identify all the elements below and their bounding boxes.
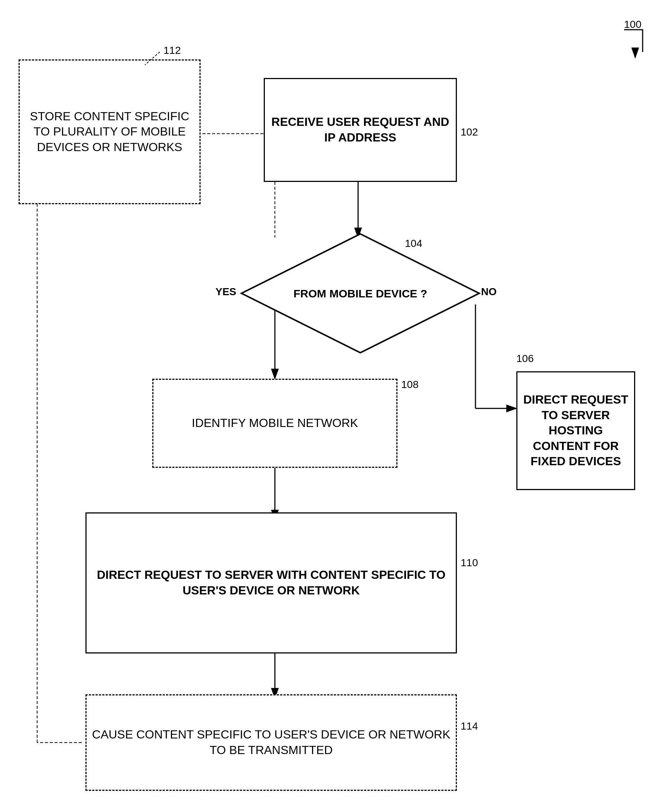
ref-110: 110 bbox=[461, 557, 478, 569]
ref-100: 100 bbox=[624, 19, 642, 31]
identify-network-box: IDENTIFY MOBILE NETWORK bbox=[152, 379, 398, 468]
ref-102: 102 bbox=[461, 126, 478, 138]
diamond-text: FROM MOBILE DEVICE ? bbox=[286, 252, 435, 334]
direct-request-mobile-box: DIRECT REQUEST TO SERVER WITH CONTENT SP… bbox=[85, 513, 457, 653]
ref-104: 104 bbox=[405, 238, 422, 250]
store-content-box: STORE CONTENT SPECIFIC TO PLURALITY OF M… bbox=[19, 59, 201, 204]
ref-114: 114 bbox=[461, 720, 478, 732]
from-mobile-diamond: FROM MOBILE DEVICE ? bbox=[238, 230, 483, 357]
ref-106: 106 bbox=[516, 353, 534, 364]
no-label: NO bbox=[481, 286, 497, 298]
ref-108: 108 bbox=[401, 379, 419, 391]
diagram-container: 100 RECEIVE USER REQUEST AND IP ADDRESS … bbox=[0, 0, 656, 812]
direct-request-fixed-box: DIRECT REQUEST TO SERVER HOSTING CONTENT… bbox=[516, 371, 635, 490]
receive-request-box: RECEIVE USER REQUEST AND IP ADDRESS bbox=[264, 78, 457, 182]
yes-label: YES bbox=[215, 286, 236, 298]
cause-content-box: CAUSE CONTENT SPECIFIC TO USER'S DEVICE … bbox=[85, 694, 457, 791]
ref-112: 112 bbox=[164, 45, 181, 56]
